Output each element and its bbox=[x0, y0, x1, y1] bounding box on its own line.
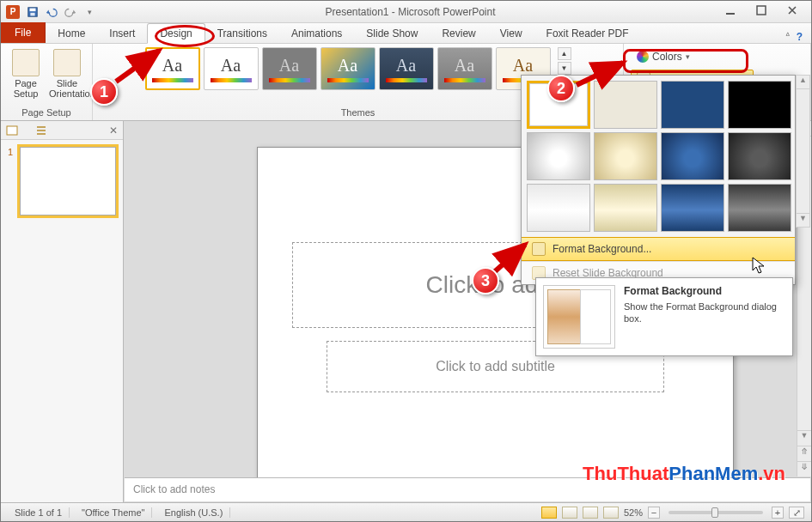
status-language[interactable]: English (U.S.) bbox=[157, 507, 230, 518]
thumbnail-preview bbox=[20, 147, 116, 215]
tab-review[interactable]: Review bbox=[430, 24, 487, 43]
format-background-icon bbox=[532, 242, 546, 256]
redo-icon[interactable] bbox=[63, 4, 78, 20]
tooltip-thumbnail bbox=[543, 285, 615, 349]
tab-insert[interactable]: Insert bbox=[97, 24, 147, 43]
thumbnails-close-icon[interactable]: ✕ bbox=[109, 124, 118, 137]
tab-design[interactable]: Design bbox=[147, 23, 205, 44]
theme-thumbnail[interactable]: Aa bbox=[204, 47, 259, 90]
notes-pane[interactable]: Click to add notes bbox=[125, 477, 810, 501]
menu-format-background[interactable]: Format Background... bbox=[522, 237, 795, 261]
background-style-swatch[interactable] bbox=[661, 132, 724, 180]
view-sorter-button[interactable] bbox=[562, 507, 577, 519]
slide-orientation-button[interactable]: Slide Orientation bbox=[49, 47, 85, 99]
background-style-swatch[interactable] bbox=[728, 132, 791, 180]
theme-thumbnail[interactable]: Aa bbox=[379, 47, 434, 90]
svg-rect-4 bbox=[757, 6, 766, 15]
powerpoint-icon: P bbox=[6, 5, 20, 19]
page-setup-icon bbox=[12, 49, 40, 76]
status-theme: "Office Theme" bbox=[75, 507, 152, 518]
thumbnails-pane: ✕ 1 bbox=[1, 121, 124, 502]
status-slide-number: Slide 1 of 1 bbox=[8, 507, 70, 518]
theme-thumbnail[interactable]: Aa bbox=[262, 47, 317, 90]
svg-rect-2 bbox=[30, 12, 34, 15]
qat-customize-icon[interactable]: ▾ bbox=[82, 4, 97, 20]
slide-orientation-icon bbox=[53, 49, 81, 76]
colors-icon bbox=[637, 51, 649, 63]
view-reading-button[interactable] bbox=[583, 507, 598, 519]
close-button[interactable] bbox=[785, 5, 799, 18]
group-label-themes: Themes bbox=[341, 106, 375, 120]
status-bar: Slide 1 of 1 "Office Theme" English (U.S… bbox=[1, 502, 811, 521]
background-style-swatch[interactable] bbox=[594, 132, 657, 180]
page-setup-button[interactable]: Page Setup bbox=[8, 47, 44, 99]
tab-transitions[interactable]: Transitions bbox=[205, 24, 279, 43]
tab-home[interactable]: Home bbox=[46, 24, 97, 43]
window-controls bbox=[723, 5, 806, 18]
zoom-out-button[interactable]: − bbox=[648, 507, 660, 519]
background-style-swatch[interactable] bbox=[527, 184, 590, 232]
tooltip-description: Show the Format Background dialog box. bbox=[624, 300, 785, 325]
tab-animations[interactable]: Animations bbox=[279, 24, 354, 43]
themes-scroll-down[interactable]: ▼ bbox=[558, 62, 571, 75]
background-style-swatch[interactable] bbox=[527, 132, 590, 180]
window-title: Presentation1 - Microsoft PowerPoint bbox=[97, 6, 723, 18]
undo-icon[interactable] bbox=[44, 4, 59, 20]
background-style-swatch[interactable] bbox=[594, 81, 657, 129]
svg-rect-1 bbox=[30, 8, 36, 11]
tab-foxit[interactable]: Foxit Reader PDF bbox=[534, 24, 641, 43]
view-normal-button[interactable] bbox=[541, 507, 557, 519]
svg-rect-5 bbox=[7, 126, 17, 135]
thumbnail-number: 1 bbox=[8, 147, 16, 215]
quick-access-toolbar: ▾ bbox=[25, 4, 97, 20]
svg-rect-3 bbox=[726, 13, 735, 15]
ribbon-minimize-icon[interactable]: ᐞ bbox=[785, 31, 790, 43]
title-bar: P ▾ Presentation1 - Microsoft PowerPoint bbox=[1, 1, 811, 23]
help-icon[interactable]: ? bbox=[797, 31, 803, 43]
zoom-in-button[interactable]: + bbox=[772, 507, 784, 519]
slides-tab-icon[interactable] bbox=[6, 125, 18, 136]
tab-slideshow[interactable]: Slide Show bbox=[354, 24, 430, 43]
maximize-button[interactable] bbox=[754, 5, 768, 18]
theme-thumbnail[interactable]: Aa bbox=[321, 47, 375, 90]
background-style-swatch[interactable] bbox=[728, 81, 791, 129]
group-page-setup: Page Setup Slide Orientation Page Setup bbox=[1, 44, 93, 120]
themes-scroll-up[interactable]: ▲ bbox=[558, 47, 571, 60]
background-style-swatch[interactable] bbox=[661, 184, 724, 232]
theme-thumbnail[interactable]: Aa bbox=[437, 47, 492, 90]
fit-to-window-button[interactable]: ⤢ bbox=[789, 507, 804, 519]
zoom-level[interactable]: 52% bbox=[624, 507, 643, 518]
tab-view[interactable]: View bbox=[488, 24, 534, 43]
view-slideshow-button[interactable] bbox=[603, 507, 619, 519]
background-styles-dropdown: Format Background... Reset Slide Backgro… bbox=[521, 75, 796, 285]
ribbon-tabs: File Home Insert Design Transitions Anim… bbox=[1, 23, 811, 44]
theme-thumbnail[interactable]: Aa bbox=[145, 47, 200, 90]
colors-button[interactable]: Colors▾ bbox=[631, 47, 696, 66]
save-icon[interactable] bbox=[25, 4, 40, 20]
group-label-page-setup: Page Setup bbox=[21, 106, 71, 120]
zoom-slider[interactable] bbox=[669, 511, 763, 514]
tooltip-title: Format Background bbox=[624, 285, 785, 297]
background-style-swatch[interactable] bbox=[728, 184, 791, 232]
bg-dropdown-scrollbar[interactable]: ▲ ▼ bbox=[796, 75, 810, 228]
background-style-swatch[interactable] bbox=[527, 81, 590, 129]
tab-file[interactable]: File bbox=[1, 22, 46, 43]
outline-tab-icon[interactable] bbox=[35, 125, 47, 136]
minimize-button[interactable] bbox=[723, 5, 737, 18]
background-style-swatch[interactable] bbox=[594, 184, 657, 232]
background-style-swatch[interactable] bbox=[661, 81, 724, 129]
slide-thumbnail[interactable]: 1 bbox=[8, 147, 116, 215]
tooltip-format-background: Format Background Show the Format Backgr… bbox=[535, 277, 793, 356]
